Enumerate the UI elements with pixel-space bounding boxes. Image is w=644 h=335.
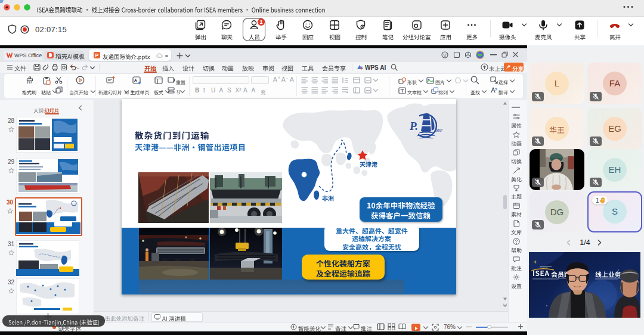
svg-text:DYF: DYF	[435, 129, 442, 132]
svg-text:P.: P.	[409, 120, 418, 132]
